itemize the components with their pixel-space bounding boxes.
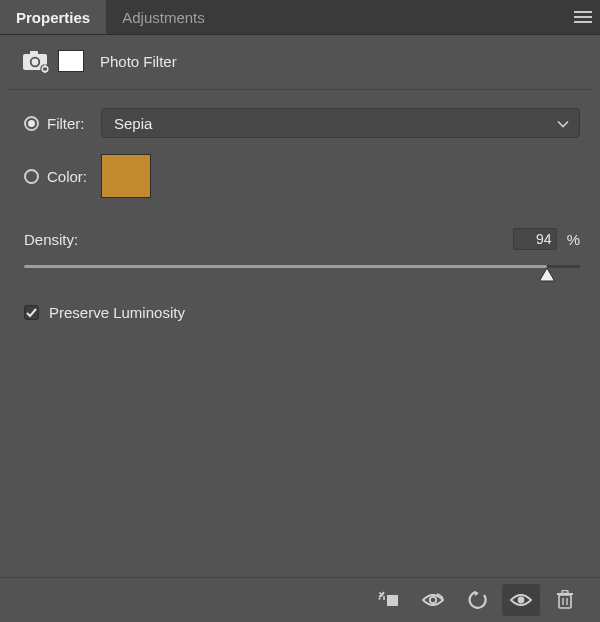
chevron-down-icon — [557, 115, 569, 132]
svg-marker-16 — [474, 591, 479, 596]
svg-marker-13 — [378, 598, 381, 600]
svg-rect-1 — [574, 16, 592, 18]
density-row: Density: % — [24, 228, 580, 250]
svg-point-6 — [32, 59, 39, 66]
density-label: Density: — [24, 231, 513, 248]
svg-point-9 — [43, 67, 47, 71]
svg-rect-2 — [574, 21, 592, 23]
tab-adjustments-label: Adjustments — [122, 9, 205, 26]
adjustment-layer-header: Photo Filter — [0, 35, 600, 89]
density-slider[interactable] — [24, 262, 580, 284]
visibility-icon — [509, 592, 533, 608]
slider-thumb[interactable] — [539, 268, 555, 282]
tab-adjustments[interactable]: Adjustments — [106, 0, 221, 34]
panel-footer — [0, 577, 600, 622]
radio-color-label: Color: — [47, 168, 101, 185]
svg-rect-4 — [30, 51, 38, 55]
view-previous-state-icon — [421, 592, 445, 608]
preserve-luminosity-row: Preserve Luminosity — [24, 304, 580, 321]
density-input[interactable] — [513, 228, 557, 250]
clip-to-layer-icon — [378, 591, 400, 609]
svg-rect-11 — [44, 71, 46, 74]
slider-fill — [24, 265, 547, 268]
svg-rect-12 — [387, 595, 398, 606]
preserve-luminosity-checkbox[interactable] — [24, 305, 39, 320]
clip-to-layer-button[interactable] — [370, 584, 408, 616]
panel-menu-button[interactable] — [566, 0, 600, 34]
layer-mask-thumbnail[interactable] — [58, 50, 84, 72]
panel-tabs: Properties Adjustments — [0, 0, 600, 35]
svg-point-17 — [518, 597, 525, 604]
tab-properties-label: Properties — [16, 9, 90, 26]
reset-to-default-button[interactable] — [458, 584, 496, 616]
svg-rect-18 — [559, 595, 571, 608]
svg-rect-20 — [562, 591, 568, 594]
camera-adjustment-icon — [22, 49, 50, 73]
filter-row: Filter: Sepia — [24, 108, 580, 138]
check-icon — [26, 308, 37, 318]
preserve-luminosity-label: Preserve Luminosity — [49, 304, 185, 321]
delete-adjustment-button[interactable] — [546, 584, 584, 616]
color-swatch[interactable] — [101, 154, 151, 198]
svg-rect-0 — [574, 11, 592, 13]
radio-filter-label: Filter: — [47, 115, 101, 132]
radio-filter[interactable] — [24, 116, 39, 131]
adjustment-layer-title: Photo Filter — [100, 53, 177, 70]
tab-properties[interactable]: Properties — [0, 0, 106, 34]
density-unit: % — [567, 231, 580, 248]
radio-color[interactable] — [24, 169, 39, 184]
toggle-visibility-button[interactable] — [502, 584, 540, 616]
hamburger-icon — [574, 11, 592, 23]
view-previous-state-button[interactable] — [414, 584, 452, 616]
properties-panel: Properties Adjustments — [0, 0, 600, 622]
filter-preset-value: Sepia — [114, 115, 152, 132]
svg-point-14 — [430, 597, 436, 603]
color-row: Color: — [24, 154, 580, 198]
filter-preset-dropdown[interactable]: Sepia — [101, 108, 580, 138]
svg-rect-10 — [44, 65, 46, 68]
trash-icon — [556, 590, 574, 610]
reset-to-default-icon — [466, 591, 488, 609]
panel-body: Filter: Sepia Color: Density: % — [0, 90, 600, 577]
